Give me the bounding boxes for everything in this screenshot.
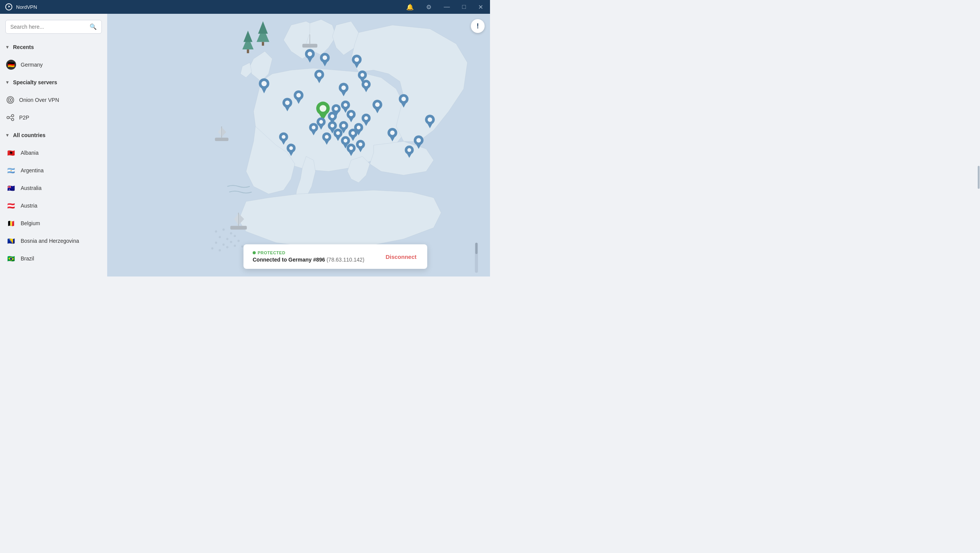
search-icon: 🔍 [90, 23, 97, 30]
svg-point-52 [354, 57, 359, 62]
svg-point-115 [407, 148, 411, 152]
svg-point-142 [219, 249, 221, 251]
svg-point-118 [282, 135, 286, 139]
chevron-down-icon-countries: ▾ [6, 133, 8, 138]
svg-point-100 [344, 139, 348, 142]
svg-point-138 [222, 244, 225, 246]
svg-point-4 [11, 115, 14, 117]
onion-vpn-label: Onion Over VPN [19, 97, 59, 103]
svg-point-3 [7, 116, 9, 119]
sidebar-item-belgium[interactable]: 🇧🇪 Belgium [0, 214, 107, 232]
svg-point-79 [351, 131, 355, 135]
svg-rect-12 [215, 137, 228, 141]
svg-point-70 [349, 113, 353, 116]
connection-detail: Connected to Germany #896 (78.63.110.142… [253, 257, 369, 263]
titlebar: NordVPN 🔔 ⚙ — □ ✕ [0, 0, 490, 14]
argentina-flag-icon: 🇦🇷 [6, 165, 16, 175]
sidebar-item-bosnia[interactable]: 🇧🇦 Bosnia and Herzegovina [0, 232, 107, 250]
svg-point-121 [289, 146, 293, 150]
bosnia-flag-icon: 🇧🇦 [6, 236, 16, 246]
sidebar-item-all-countries[interactable]: ▾ All countries [0, 126, 107, 144]
search-box[interactable]: 🔍 [5, 20, 102, 34]
settings-button[interactable]: ⚙ [424, 3, 434, 11]
map-container: ! PROTECTED Connected to Germany #896 (7… [107, 14, 490, 276]
brazil-flag-icon: 🇧🇷 [6, 254, 16, 263]
svg-point-137 [215, 242, 217, 244]
minimize-button[interactable]: — [441, 3, 452, 11]
sidebar-item-albania[interactable]: 🇦🇱 Albania [0, 144, 107, 162]
search-input[interactable] [10, 24, 87, 30]
svg-point-94 [359, 142, 363, 146]
sidebar-item-specialty-servers[interactable]: ▾ Specialty servers [0, 74, 107, 91]
australia-flag-icon: 🇦🇺 [6, 183, 16, 193]
argentina-label: Argentina [21, 167, 44, 173]
sidebar-item-australia[interactable]: 🇦🇺 Australia [0, 179, 107, 197]
svg-point-136 [234, 235, 236, 237]
svg-point-143 [226, 246, 229, 249]
chevron-down-icon-specialty: ▾ [6, 80, 8, 85]
svg-point-106 [402, 97, 406, 101]
svg-point-82 [342, 124, 346, 128]
svg-point-61 [334, 107, 338, 111]
svg-point-34 [296, 93, 301, 98]
sidebar-item-germany[interactable]: 🇩🇪 Germany [0, 56, 107, 74]
svg-point-144 [234, 245, 236, 247]
svg-point-28 [261, 81, 267, 86]
svg-point-97 [349, 146, 353, 150]
connection-status-bar: PROTECTED Connected to Germany #896 (78.… [243, 244, 427, 269]
disconnect-button[interactable]: Disconnect [384, 251, 418, 262]
svg-point-141 [211, 247, 214, 250]
svg-point-134 [219, 236, 221, 238]
albania-label: Albania [21, 150, 39, 156]
sidebar-item-argentina[interactable]: 🇦🇷 Argentina [0, 162, 107, 179]
p2p-label: P2P [19, 115, 29, 121]
austria-flag-icon: 🇦🇹 [6, 201, 16, 211]
onion-icon [6, 96, 15, 104]
svg-point-40 [323, 56, 327, 60]
svg-point-2 [10, 99, 11, 101]
sidebar-item-recents[interactable]: ▾ Recents [0, 38, 107, 56]
svg-rect-9 [302, 44, 317, 47]
svg-point-55 [361, 73, 364, 77]
status-dot [253, 251, 256, 254]
svg-point-46 [317, 72, 322, 77]
app-logo: NordVPN [5, 3, 404, 11]
svg-point-37 [285, 100, 290, 105]
app-title: NordVPN [16, 4, 37, 10]
svg-point-135 [226, 238, 229, 240]
recents-label: Recents [13, 44, 34, 50]
window-controls: 🔔 ⚙ — □ ✕ [404, 3, 485, 11]
svg-point-73 [364, 116, 368, 120]
notification-button[interactable]: ! [471, 19, 485, 33]
status-info: PROTECTED Connected to Germany #896 (78.… [253, 250, 369, 263]
albania-flag-icon: 🇦🇱 [6, 148, 16, 158]
australia-label: Australia [21, 185, 41, 191]
svg-point-31 [320, 105, 327, 112]
svg-point-58 [364, 82, 368, 86]
sidebar-item-p2p[interactable]: P2P [0, 109, 107, 126]
sidebar-item-brazil[interactable]: 🇧🇷 Brazil [0, 250, 107, 267]
svg-point-49 [341, 85, 346, 90]
svg-point-109 [428, 117, 432, 122]
svg-point-131 [215, 230, 217, 232]
search-container: 🔍 [0, 14, 107, 38]
svg-point-139 [230, 241, 232, 243]
notifications-button[interactable]: 🔔 [404, 3, 416, 11]
sidebar-item-austria[interactable]: 🇦🇹 Austria [0, 197, 107, 214]
svg-point-133 [230, 232, 232, 234]
svg-point-76 [357, 126, 361, 129]
svg-point-127 [319, 120, 323, 124]
svg-point-103 [390, 131, 395, 135]
sidebar-item-onion-vpn[interactable]: Onion Over VPN [0, 91, 107, 109]
austria-label: Austria [21, 203, 38, 209]
svg-rect-147 [475, 243, 478, 254]
close-button[interactable]: ✕ [476, 3, 485, 11]
svg-point-112 [416, 138, 421, 142]
sidebar-list: ▾ Recents 🇩🇪 Germany ▾ Specialty servers [0, 38, 107, 276]
svg-point-130 [312, 126, 315, 129]
main-container: 🔍 ▾ Recents 🇩🇪 Germany ▾ Specialty serve… [0, 14, 490, 276]
maximize-button[interactable]: □ [460, 3, 468, 11]
svg-point-132 [222, 229, 225, 231]
germany-label: Germany [21, 62, 43, 68]
svg-rect-25 [262, 42, 264, 46]
